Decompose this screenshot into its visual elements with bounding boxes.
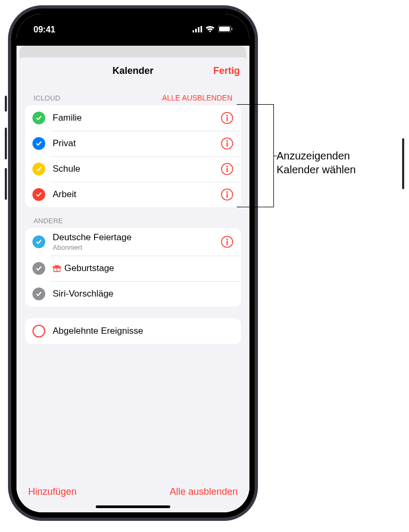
info-icon[interactable]: [221, 188, 233, 201]
callout-text: Anzuzeigenden Kalender wählen: [277, 149, 356, 176]
checkmark-icon[interactable]: [32, 163, 45, 175]
info-icon[interactable]: [221, 137, 233, 150]
info-icon[interactable]: [221, 163, 233, 175]
declined-label: Abgelehnte Ereignisse: [53, 326, 233, 336]
svg-rect-2: [198, 27, 199, 32]
calendar-label: Siri-Vorschläge: [53, 289, 233, 299]
checkmark-icon[interactable]: [32, 112, 45, 124]
hide-all-button[interactable]: Alle ausblenden: [170, 486, 238, 497]
svg-point-17: [227, 191, 228, 193]
svg-rect-1: [195, 29, 197, 32]
calendar-row-privat[interactable]: Privat: [25, 131, 241, 156]
checkmark-icon[interactable]: [32, 137, 45, 150]
checkmark-icon[interactable]: [32, 188, 45, 201]
gift-icon: [53, 264, 61, 273]
checkmark-icon[interactable]: [32, 235, 45, 248]
calendars-sheet: Kalender Fertig ICLOUD ALLE AUSBLENDEN: [16, 57, 249, 512]
svg-rect-9: [227, 117, 228, 121]
declined-group: Abgelehnte Ereignisse: [25, 318, 241, 344]
calendar-row-familie[interactable]: Familie: [25, 105, 241, 131]
info-icon[interactable]: [221, 235, 233, 248]
calendar-row-arbeit[interactable]: Arbeit: [25, 182, 241, 207]
checkmark-icon[interactable]: [32, 288, 45, 300]
calendar-label: Schule: [53, 164, 221, 174]
calendar-row-siri[interactable]: Siri-Vorschläge: [25, 281, 241, 307]
dynamic-island: [99, 23, 166, 43]
screen: 09:41 Kalender Fertig: [16, 14, 249, 512]
calendar-row-geburtstage[interactable]: Geburtstage: [25, 256, 241, 281]
svg-rect-3: [201, 26, 202, 32]
home-indicator[interactable]: [96, 505, 170, 508]
calendar-row-schule[interactable]: Schule: [25, 156, 241, 182]
svg-point-20: [227, 239, 228, 240]
wifi-icon: [205, 25, 215, 35]
info-icon[interactable]: [221, 112, 233, 124]
battery-icon: [218, 25, 232, 35]
hide-all-icloud-button[interactable]: ALLE AUSBLENDEN: [162, 94, 232, 102]
svg-rect-21: [227, 241, 228, 245]
section-title-andere: ANDERE: [34, 217, 63, 225]
calendar-label: Deutsche Feiertage: [53, 232, 221, 243]
svg-rect-5: [219, 27, 230, 31]
svg-rect-15: [227, 168, 228, 172]
svg-rect-12: [227, 142, 228, 147]
calendar-label: Arbeit: [53, 189, 221, 200]
svg-rect-0: [193, 30, 194, 32]
calendar-label: Privat: [53, 138, 221, 149]
sheet-header: Kalender Fertig: [16, 57, 249, 84]
status-time: 09:41: [34, 25, 55, 35]
callout-bracket: [253, 104, 274, 207]
andere-calendars-group: Deutsche Feiertage Abonniert: [25, 228, 241, 307]
svg-point-14: [227, 166, 228, 167]
done-button[interactable]: Fertig: [213, 65, 240, 77]
section-title-icloud: ICLOUD: [34, 94, 60, 102]
calendar-label: Familie: [53, 113, 221, 123]
calendar-label: Geburtstage: [64, 263, 114, 274]
unchecked-circle-icon[interactable]: [32, 325, 45, 337]
icloud-calendars-group: Familie Privat: [25, 105, 241, 207]
add-calendar-button[interactable]: Hinzufügen: [28, 486, 77, 497]
svg-rect-18: [227, 193, 228, 198]
calendar-row-feiertage[interactable]: Deutsche Feiertage Abonniert: [25, 228, 241, 256]
checkmark-icon[interactable]: [32, 262, 45, 275]
svg-point-8: [227, 115, 228, 116]
calendar-sublabel: Abonniert: [53, 243, 221, 251]
declined-events-row[interactable]: Abgelehnte Ereignisse: [25, 318, 241, 344]
svg-rect-6: [231, 28, 232, 30]
cellular-icon: [193, 25, 202, 35]
sheet-title: Kalender: [112, 65, 153, 77]
phone-frame: 09:41 Kalender Fertig: [8, 5, 258, 521]
svg-point-11: [227, 140, 228, 142]
